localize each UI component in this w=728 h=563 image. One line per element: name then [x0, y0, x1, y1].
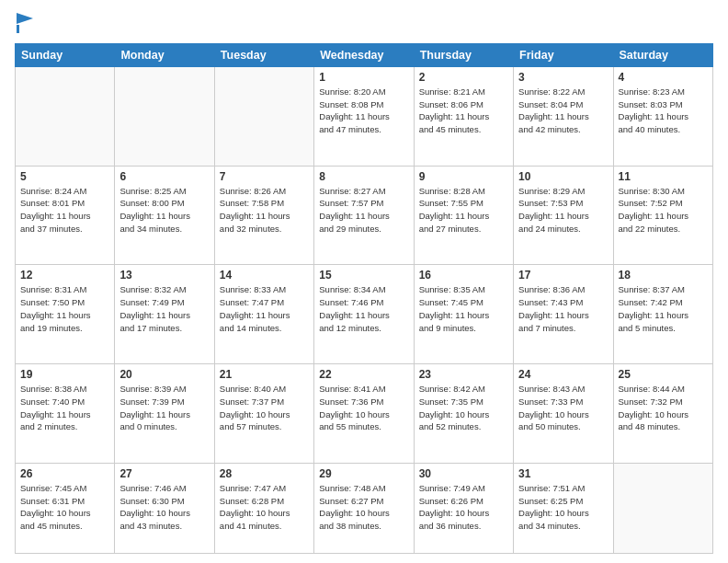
calendar-cell: 6Sunrise: 8:25 AMSunset: 8:00 PMDaylight… — [115, 166, 214, 265]
calendar-cell: 21Sunrise: 8:40 AMSunset: 7:37 PMDayligh… — [214, 364, 313, 464]
calendar-cell: 13Sunrise: 8:32 AMSunset: 7:49 PMDayligh… — [115, 265, 214, 364]
weekday-header-sunday: Sunday — [16, 43, 115, 66]
weekday-header-friday: Friday — [514, 43, 613, 66]
page: SundayMondayTuesdayWednesdayThursdayFrid… — [0, 0, 728, 563]
day-number: 22 — [319, 368, 408, 381]
calendar-cell: 3Sunrise: 8:22 AMSunset: 8:04 PMDaylight… — [514, 66, 613, 166]
day-info: Sunrise: 8:39 AMSunset: 7:39 PMDaylight:… — [119, 383, 209, 433]
calendar-cell: 14Sunrise: 8:33 AMSunset: 7:47 PMDayligh… — [214, 265, 313, 364]
calendar-cell: 5Sunrise: 8:24 AMSunset: 8:01 PMDaylight… — [16, 166, 115, 265]
calendar-cell: 26Sunrise: 7:45 AMSunset: 6:31 PMDayligh… — [16, 463, 115, 553]
day-number: 9 — [419, 170, 508, 183]
day-info: Sunrise: 8:26 AMSunset: 7:58 PMDaylight:… — [220, 185, 309, 236]
day-number: 20 — [119, 368, 209, 381]
day-info: Sunrise: 8:32 AMSunset: 7:49 PMDaylight:… — [119, 283, 209, 334]
day-number: 15 — [319, 269, 408, 282]
day-number: 17 — [518, 269, 608, 282]
calendar-cell: 27Sunrise: 7:46 AMSunset: 6:30 PMDayligh… — [115, 463, 214, 553]
day-number: 19 — [20, 368, 109, 381]
day-info: Sunrise: 8:38 AMSunset: 7:40 PMDaylight:… — [20, 383, 109, 433]
day-number: 1 — [319, 71, 408, 84]
calendar-cell — [115, 66, 214, 166]
day-info: Sunrise: 8:28 AMSunset: 7:55 PMDaylight:… — [419, 185, 508, 236]
day-number: 7 — [220, 170, 309, 183]
calendar-cell: 9Sunrise: 8:28 AMSunset: 7:55 PMDaylight… — [414, 166, 513, 265]
logo-flag-icon — [17, 13, 33, 33]
day-number: 5 — [20, 170, 109, 183]
week-row-5: 26Sunrise: 7:45 AMSunset: 6:31 PMDayligh… — [16, 463, 713, 553]
day-info: Sunrise: 8:30 AMSunset: 7:52 PMDaylight:… — [619, 185, 708, 236]
weekday-header-saturday: Saturday — [613, 43, 712, 66]
day-info: Sunrise: 8:27 AMSunset: 7:57 PMDaylight:… — [319, 185, 408, 236]
day-number: 24 — [518, 368, 608, 381]
day-info: Sunrise: 7:48 AMSunset: 6:27 PMDaylight:… — [319, 482, 408, 533]
day-info: Sunrise: 8:42 AMSunset: 7:35 PMDaylight:… — [419, 383, 508, 433]
calendar-cell — [613, 463, 712, 553]
day-number: 12 — [20, 269, 109, 282]
calendar-cell: 19Sunrise: 8:38 AMSunset: 7:40 PMDayligh… — [16, 364, 115, 464]
day-number: 2 — [419, 71, 508, 84]
day-info: Sunrise: 8:31 AMSunset: 7:50 PMDaylight:… — [20, 283, 109, 334]
day-number: 21 — [220, 368, 309, 381]
day-number: 13 — [119, 269, 209, 282]
calendar-cell: 24Sunrise: 8:43 AMSunset: 7:33 PMDayligh… — [514, 364, 613, 464]
calendar-cell: 17Sunrise: 8:36 AMSunset: 7:43 PMDayligh… — [514, 265, 613, 364]
day-info: Sunrise: 8:36 AMSunset: 7:43 PMDaylight:… — [518, 283, 608, 334]
day-info: Sunrise: 7:49 AMSunset: 6:26 PMDaylight:… — [419, 482, 508, 533]
day-info: Sunrise: 8:29 AMSunset: 7:53 PMDaylight:… — [518, 185, 608, 236]
calendar-cell: 1Sunrise: 8:20 AMSunset: 8:08 PMDaylight… — [314, 66, 414, 166]
day-number: 10 — [518, 170, 608, 183]
weekday-header-tuesday: Tuesday — [214, 43, 313, 66]
calendar-cell: 12Sunrise: 8:31 AMSunset: 7:50 PMDayligh… — [16, 265, 115, 364]
day-number: 23 — [419, 368, 508, 381]
logo — [15, 15, 33, 38]
day-info: Sunrise: 8:43 AMSunset: 7:33 PMDaylight:… — [518, 383, 608, 433]
calendar-cell: 7Sunrise: 8:26 AMSunset: 7:58 PMDaylight… — [214, 166, 313, 265]
calendar-cell: 22Sunrise: 8:41 AMSunset: 7:36 PMDayligh… — [314, 364, 414, 464]
calendar-cell: 16Sunrise: 8:35 AMSunset: 7:45 PMDayligh… — [414, 265, 513, 364]
day-number: 3 — [518, 71, 608, 84]
calendar-cell — [214, 66, 313, 166]
day-number: 8 — [319, 170, 408, 183]
day-info: Sunrise: 8:44 AMSunset: 7:32 PMDaylight:… — [619, 383, 708, 433]
calendar: SundayMondayTuesdayWednesdayThursdayFrid… — [15, 43, 713, 554]
week-row-2: 5Sunrise: 8:24 AMSunset: 8:01 PMDaylight… — [16, 166, 713, 265]
weekday-header-row: SundayMondayTuesdayWednesdayThursdayFrid… — [16, 43, 713, 66]
day-info: Sunrise: 8:22 AMSunset: 8:04 PMDaylight:… — [518, 86, 608, 136]
day-number: 25 — [619, 368, 708, 381]
day-info: Sunrise: 8:24 AMSunset: 8:01 PMDaylight:… — [20, 185, 109, 236]
day-number: 14 — [220, 269, 309, 282]
day-info: Sunrise: 8:25 AMSunset: 8:00 PMDaylight:… — [119, 185, 209, 236]
day-number: 6 — [119, 170, 209, 183]
day-info: Sunrise: 8:34 AMSunset: 7:46 PMDaylight:… — [319, 283, 408, 334]
calendar-cell: 23Sunrise: 8:42 AMSunset: 7:35 PMDayligh… — [414, 364, 513, 464]
week-row-3: 12Sunrise: 8:31 AMSunset: 7:50 PMDayligh… — [16, 265, 713, 364]
day-info: Sunrise: 7:45 AMSunset: 6:31 PMDaylight:… — [20, 482, 109, 533]
day-info: Sunrise: 8:23 AMSunset: 8:03 PMDaylight:… — [619, 86, 708, 136]
calendar-cell: 10Sunrise: 8:29 AMSunset: 7:53 PMDayligh… — [514, 166, 613, 265]
calendar-cell: 30Sunrise: 7:49 AMSunset: 6:26 PMDayligh… — [414, 463, 513, 553]
calendar-cell: 8Sunrise: 8:27 AMSunset: 7:57 PMDaylight… — [314, 166, 414, 265]
weekday-header-thursday: Thursday — [414, 43, 513, 66]
header — [15, 11, 713, 38]
day-info: Sunrise: 8:35 AMSunset: 7:45 PMDaylight:… — [419, 283, 508, 334]
weekday-header-monday: Monday — [115, 43, 214, 66]
day-info: Sunrise: 7:47 AMSunset: 6:28 PMDaylight:… — [220, 482, 309, 533]
day-number: 31 — [518, 467, 608, 480]
day-number: 4 — [619, 71, 708, 84]
day-number: 28 — [220, 467, 309, 480]
calendar-cell: 2Sunrise: 8:21 AMSunset: 8:06 PMDaylight… — [414, 66, 513, 166]
calendar-cell: 28Sunrise: 7:47 AMSunset: 6:28 PMDayligh… — [214, 463, 313, 553]
day-number: 11 — [619, 170, 708, 183]
logo-text — [15, 15, 33, 38]
calendar-cell: 25Sunrise: 8:44 AMSunset: 7:32 PMDayligh… — [613, 364, 712, 464]
svg-marker-0 — [17, 13, 33, 24]
week-row-1: 1Sunrise: 8:20 AMSunset: 8:08 PMDaylight… — [16, 66, 713, 166]
weekday-header-wednesday: Wednesday — [314, 43, 414, 66]
calendar-cell: 11Sunrise: 8:30 AMSunset: 7:52 PMDayligh… — [613, 166, 712, 265]
day-number: 16 — [419, 269, 508, 282]
day-info: Sunrise: 8:20 AMSunset: 8:08 PMDaylight:… — [319, 86, 408, 136]
day-info: Sunrise: 7:51 AMSunset: 6:25 PMDaylight:… — [518, 482, 608, 533]
day-number: 27 — [119, 467, 209, 480]
svg-rect-1 — [17, 25, 19, 33]
